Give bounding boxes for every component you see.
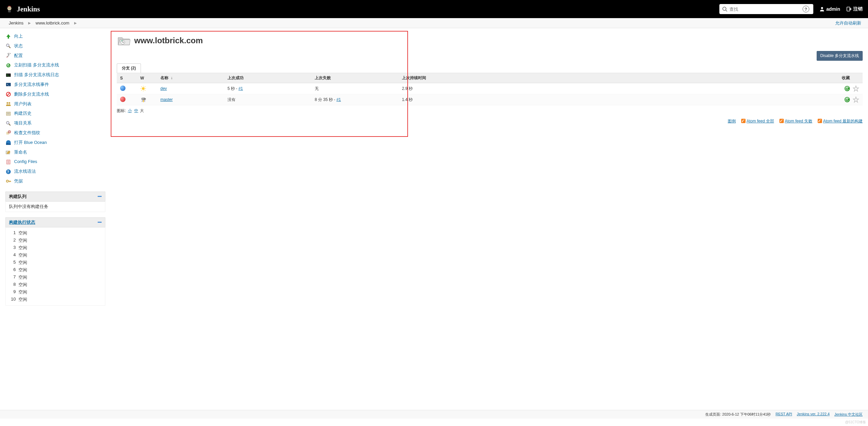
- status-cell: [117, 94, 137, 105]
- sidebar-item-scan-now[interactable]: 立刻扫描 多分支流水线: [5, 60, 105, 70]
- sidebar-item-blue-ocean[interactable]: 打开 Blue Ocean: [5, 138, 105, 148]
- executor-status: 空闲: [19, 274, 27, 281]
- sidebar-item-relationship[interactable]: 项目关系: [5, 119, 105, 128]
- executor-num: 7: [9, 274, 16, 281]
- svg-line-48: [145, 87, 146, 87]
- schedule-build-icon[interactable]: [844, 96, 850, 103]
- sidebar-item-config-files[interactable]: Config Files: [5, 157, 105, 167]
- last-failure-cell: 无: [311, 83, 399, 94]
- sidebar-item-configure[interactable]: 配置: [5, 51, 105, 61]
- executor-num: 9: [9, 289, 16, 295]
- search-input[interactable]: [730, 7, 803, 12]
- user-link[interactable]: admin: [819, 6, 840, 12]
- logout-link[interactable]: 注销: [846, 6, 863, 12]
- collapse-icon[interactable]: [98, 196, 102, 197]
- atom-latest-link[interactable]: Atom feed 最新的构建: [823, 119, 863, 124]
- build-queue-empty: 队列中没有构建任务: [9, 204, 48, 209]
- tab-row: 分支 (2): [117, 63, 863, 73]
- atom-fail-link[interactable]: Atom feed 失败: [785, 119, 812, 124]
- table-header-row: S W 名称 ↓ 上次成功 上次失败 上次持续时间 收藏: [117, 73, 863, 83]
- sidebar-item-build-history[interactable]: 构建历史: [5, 109, 105, 119]
- star-icon[interactable]: [852, 96, 859, 103]
- col-last-duration[interactable]: 上次持续时间: [399, 73, 829, 83]
- col-last-success[interactable]: 上次成功: [224, 73, 311, 83]
- configfiles-icon: [5, 159, 11, 165]
- svg-rect-24: [6, 132, 9, 134]
- build-exec-title[interactable]: 构建执行状态: [9, 219, 35, 225]
- icon-size-small[interactable]: 小: [128, 108, 132, 113]
- col-last-failure[interactable]: 上次失败: [311, 73, 399, 83]
- sidebar-item-credentials[interactable]: 凭据: [5, 176, 105, 186]
- footer-community[interactable]: Jenkins 中文社区: [834, 412, 863, 417]
- branch-link-dev[interactable]: dev: [160, 86, 167, 91]
- col-name[interactable]: 名称 ↓: [157, 73, 224, 83]
- footer-generated: 生成页面: 2020-6-12 下午06时11分41秒: [705, 412, 771, 417]
- icon-size-medium[interactable]: 中: [134, 108, 138, 113]
- svg-text:>_: >_: [7, 83, 9, 86]
- sidebar-item-people[interactable]: 用户列表: [5, 99, 105, 109]
- sidebar-item-events[interactable]: >_多分支流水线事件: [5, 80, 105, 90]
- legend-link[interactable]: 图例: [728, 119, 736, 124]
- sidebar-item-rename[interactable]: 重命名: [5, 148, 105, 157]
- executor-row: 2空闲: [9, 237, 102, 244]
- table-row: master 没有 8 分 35 秒 - #1 1.4 秒: [117, 94, 863, 105]
- build-link[interactable]: #1: [337, 97, 341, 102]
- schedule-build-icon[interactable]: [844, 85, 850, 92]
- collapse-icon[interactable]: [98, 222, 102, 223]
- svg-point-35: [6, 180, 8, 182]
- app-title[interactable]: Jenkins: [17, 5, 40, 13]
- footer-version[interactable]: Jenkins ver. 2.222.4: [797, 412, 830, 417]
- col-status[interactable]: S: [117, 73, 137, 83]
- search-box[interactable]: ?: [719, 4, 813, 14]
- footer-rest-api[interactable]: REST API: [775, 412, 792, 417]
- svg-line-52: [142, 100, 142, 102]
- chevron-right-icon: ▶: [28, 21, 31, 25]
- sidebar-item-scan-log[interactable]: >_扫描 多分支流水线日志: [5, 70, 105, 80]
- sidebar-item-fingerprint[interactable]: 检查文件指纹: [5, 128, 105, 138]
- build-exec-header[interactable]: 构建执行状态: [5, 217, 105, 227]
- executor-status: 空闲: [19, 252, 27, 258]
- project-header: www.lotbrick.com: [111, 32, 863, 54]
- tab-branches[interactable]: 分支 (2): [117, 63, 141, 73]
- blueocean-icon: [5, 139, 11, 145]
- scan-icon: [5, 62, 11, 68]
- executor-num: 8: [9, 282, 16, 288]
- star-icon[interactable]: [852, 85, 859, 92]
- history-icon: [5, 111, 11, 117]
- people-icon: [5, 101, 11, 107]
- executor-row: 4空闲: [9, 252, 102, 259]
- sidebar-item-status[interactable]: 状态: [5, 41, 105, 51]
- bottom-links: 图例 Atom feed 全部 Atom feed 失败 Atom feed 最…: [111, 117, 863, 126]
- sidebar-item-up[interactable]: 向上: [5, 32, 105, 41]
- rename-icon: [5, 149, 11, 155]
- terminal2-icon: >_: [5, 81, 11, 88]
- executor-num: 5: [9, 260, 16, 266]
- breadcrumb-home[interactable]: Jenkins: [5, 21, 27, 26]
- executor-status: 空闲: [19, 260, 27, 266]
- svg-point-0: [7, 6, 11, 10]
- name-cell: dev: [157, 83, 224, 94]
- auto-refresh-link[interactable]: 允许自动刷新: [835, 20, 863, 26]
- sidebar-item-delete[interactable]: 删除多分支流水线: [5, 90, 105, 99]
- svg-rect-19: [6, 112, 10, 116]
- search2-icon: [5, 121, 11, 127]
- breadcrumb-project[interactable]: www.lotbrick.com: [32, 21, 72, 26]
- build-link[interactable]: #1: [239, 86, 243, 91]
- branch-link-master[interactable]: master: [160, 97, 173, 102]
- atom-all-link[interactable]: Atom feed 全部: [747, 119, 774, 124]
- svg-text:?: ?: [7, 170, 9, 174]
- sidebar-item-syntax[interactable]: ?流水线语法: [5, 167, 105, 176]
- col-favorite[interactable]: 收藏: [829, 73, 863, 83]
- last-success-cell: 5 秒 - #1: [224, 83, 311, 94]
- search-icon: [5, 43, 11, 49]
- help-icon[interactable]: ?: [803, 6, 809, 12]
- disable-button[interactable]: Disable 多分支流水线: [817, 51, 863, 61]
- svg-line-23: [9, 124, 10, 126]
- col-weather[interactable]: W: [137, 73, 157, 83]
- executor-num: 6: [9, 267, 16, 273]
- weather-cell: [137, 83, 157, 94]
- executor-row: 6空闲: [9, 266, 102, 274]
- svg-point-18: [9, 102, 10, 104]
- build-queue-header[interactable]: 构建队列: [5, 192, 105, 202]
- executor-status: 空闲: [19, 289, 27, 295]
